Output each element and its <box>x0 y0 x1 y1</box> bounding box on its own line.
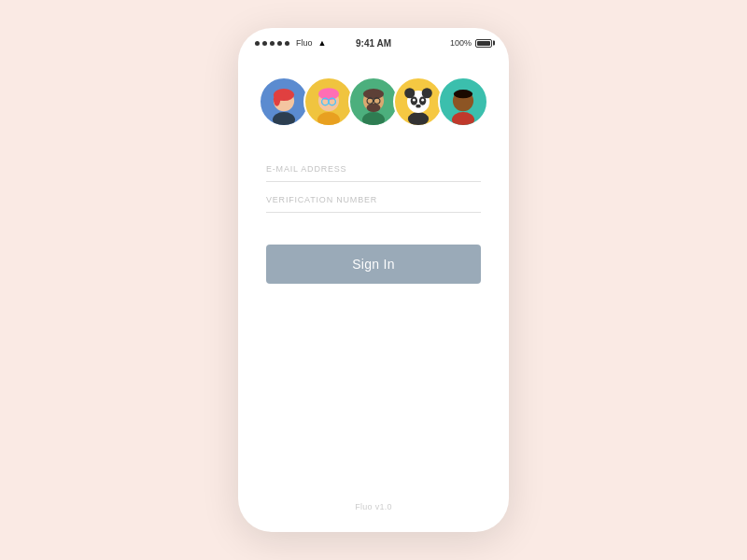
time-label: 9:41 AM <box>356 38 391 49</box>
avatar-5[interactable] <box>438 77 488 127</box>
svg-point-28 <box>454 90 472 98</box>
svg-point-13 <box>367 104 381 112</box>
status-bar: Fluo ▲ 9:41 AM 100% <box>238 28 509 54</box>
carrier-label: Fluo <box>296 38 313 48</box>
svg-point-10 <box>362 112 385 125</box>
svg-point-12 <box>363 89 384 99</box>
phone-frame: Fluo ▲ 9:41 AM 100% <box>238 28 509 532</box>
email-input[interactable] <box>266 155 481 182</box>
avatar-4[interactable] <box>393 77 444 127</box>
signal-dot-5 <box>285 41 289 46</box>
avatar-row <box>259 77 488 127</box>
svg-point-23 <box>413 99 416 102</box>
signal-dot-3 <box>270 41 275 46</box>
svg-point-4 <box>317 112 340 125</box>
svg-point-26 <box>452 112 474 125</box>
verification-input-group <box>266 186 481 213</box>
svg-point-24 <box>421 99 424 102</box>
avatar-3[interactable] <box>348 77 399 127</box>
verification-input[interactable] <box>266 186 481 213</box>
signal-dot-1 <box>255 41 260 46</box>
avatars-section <box>238 54 509 146</box>
version-label: Fluo v1.0 <box>355 502 392 511</box>
email-input-group <box>266 155 481 182</box>
svg-point-3 <box>274 92 280 106</box>
signin-button[interactable]: Sign In <box>266 245 481 284</box>
avatar-1[interactable] <box>259 77 309 127</box>
svg-point-0 <box>273 112 295 125</box>
form-section: Sign In <box>238 146 509 482</box>
svg-point-25 <box>416 105 421 108</box>
battery-icon <box>475 39 492 48</box>
status-right: 100% <box>450 38 492 48</box>
avatar-2[interactable] <box>303 77 354 127</box>
signal-dot-4 <box>277 41 282 46</box>
battery-fill <box>477 41 490 46</box>
svg-point-6 <box>318 88 339 100</box>
status-left: Fluo ▲ <box>255 38 326 48</box>
battery-percent: 100% <box>450 38 472 48</box>
footer: Fluo v1.0 <box>238 482 509 532</box>
wifi-icon: ▲ <box>318 38 327 48</box>
signal-dot-2 <box>262 41 267 46</box>
svg-point-17 <box>408 112 429 125</box>
